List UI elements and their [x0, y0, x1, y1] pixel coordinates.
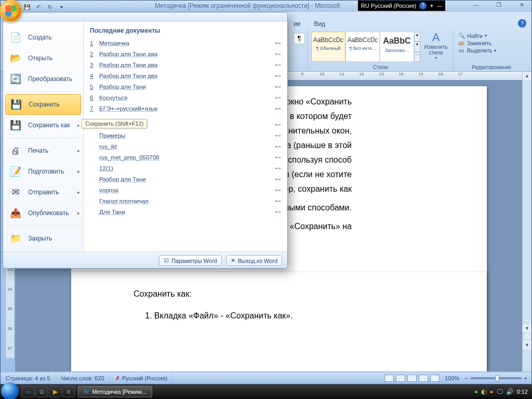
- pin-icon[interactable]: ⊷: [275, 121, 281, 128]
- pin-icon[interactable]: ⊷: [275, 187, 281, 194]
- recent-item[interactable]: Примеры⊷: [90, 130, 281, 141]
- pin-icon[interactable]: ⊷: [275, 197, 281, 205]
- recent-item[interactable]: 7ЕГЭ+-+русский+язык⊷: [90, 103, 281, 114]
- styles-gallery[interactable]: AaBbCcDc ¶ Обычный AaBbCcDc ¶ Без инте..…: [311, 32, 420, 62]
- menu-prepare[interactable]: 📝Подготовить▸: [3, 161, 83, 182]
- pin-icon[interactable]: ⊷: [275, 154, 281, 161]
- change-styles-button[interactable]: A Изменить стили ▾: [423, 30, 448, 60]
- ql-media-icon[interactable]: ▶: [49, 386, 61, 397]
- pin-icon[interactable]: ⊷: [275, 176, 281, 183]
- tray-icon[interactable]: ●: [489, 388, 493, 395]
- tray-icon[interactable]: ◐: [481, 388, 486, 395]
- menu-open[interactable]: 📂Открыть: [3, 48, 83, 69]
- menu-save[interactable]: 💾Сохранить: [5, 94, 81, 115]
- qat-undo-icon[interactable]: ↶: [34, 3, 43, 11]
- pin-icon[interactable]: ⊷: [275, 72, 281, 79]
- menu-publish[interactable]: 📤Опубликовать▸: [3, 203, 83, 223]
- status-words[interactable]: Число слов: 620: [56, 373, 110, 384]
- menu-save-as[interactable]: 💾Сохранить как▸: [3, 115, 83, 136]
- scroll-up-icon[interactable]: ▲: [523, 72, 531, 80]
- next-page-icon[interactable]: ▼: [523, 341, 531, 349]
- styles-more[interactable]: ▴▾⋯: [414, 32, 420, 62]
- pin-icon[interactable]: ⊷: [275, 132, 281, 139]
- recent-item[interactable]: 6Коснуться⊷: [90, 92, 281, 103]
- zoom-slider[interactable]: [470, 377, 522, 379]
- tray-network-icon[interactable]: 🖵: [497, 388, 503, 395]
- replace-button[interactable]: abЗаменить: [458, 39, 525, 47]
- style-heading[interactable]: AaBbC Заголово...: [380, 32, 414, 62]
- tray-clock[interactable]: 0:12: [517, 389, 528, 395]
- view-print-layout[interactable]: [384, 375, 394, 382]
- qat-customize-icon[interactable]: ▾: [57, 3, 66, 11]
- menu-send[interactable]: ✉Отправить▸: [3, 182, 83, 203]
- pin-icon[interactable]: ⊷: [275, 208, 281, 216]
- recent-item[interactable]: voprosi⊷: [90, 184, 281, 195]
- ql-switch-icon[interactable]: ⧉: [35, 386, 48, 397]
- ql-ie-icon[interactable]: e: [62, 386, 75, 397]
- zoom-in-button[interactable]: +: [524, 375, 527, 381]
- qat-redo-icon[interactable]: ↻: [45, 3, 55, 11]
- tab-partial[interactable]: ие: [291, 19, 302, 29]
- pin-icon[interactable]: ⊷: [275, 83, 281, 90]
- view-draft[interactable]: [430, 375, 440, 382]
- tray-volume-icon[interactable]: 🔊: [506, 388, 514, 395]
- tab-view[interactable]: Вид: [312, 19, 327, 29]
- recent-item[interactable]: 3Разбор для Тани два⊷: [90, 59, 281, 70]
- select-button[interactable]: ▭Выделить▾: [458, 47, 525, 54]
- menu-close[interactable]: 📁Закрыть: [3, 228, 83, 249]
- pin-icon[interactable]: ⊷: [275, 61, 281, 69]
- language-bar[interactable]: RU Русский (Россия) ? ▼ —: [358, 1, 445, 11]
- taskbar-word-button[interactable]: W Методичка [Режим...: [78, 386, 152, 397]
- pin-icon[interactable]: ⊷: [275, 105, 281, 112]
- view-web[interactable]: [407, 375, 417, 382]
- menu-new[interactable]: 📄Создать: [3, 27, 83, 48]
- show-marks-button[interactable]: ¶: [294, 33, 305, 44]
- ribbon-help-icon[interactable]: ?: [518, 19, 526, 28]
- pin-icon[interactable]: ⊷: [275, 165, 281, 172]
- style-no-spacing[interactable]: AaBbCcDc ¶ Без инте...: [345, 32, 380, 62]
- doc-list-item: 1. Вкладка «Файл» - «Сохранить как».: [145, 310, 424, 322]
- recent-item[interactable]: Для Тани⊷: [90, 206, 281, 217]
- langbar-min-icon[interactable]: —: [437, 3, 442, 9]
- status-language[interactable]: ✗Русский (Россия): [110, 373, 173, 384]
- close-button[interactable]: ✕: [515, 2, 528, 8]
- pin-icon[interactable]: ⊷: [275, 94, 281, 101]
- recent-item[interactable]: rus_ikt⊷: [90, 141, 281, 152]
- menu-print[interactable]: 🖨Печать▸: [3, 140, 83, 161]
- office-button[interactable]: [0, 0, 22, 22]
- qat-save-icon[interactable]: 💾: [22, 3, 32, 11]
- vertical-scrollbar[interactable]: ▲ ▼ ▼: [522, 72, 531, 371]
- ql-desktop-icon[interactable]: ▭: [22, 386, 34, 397]
- pin-icon[interactable]: ⊷: [275, 143, 281, 150]
- recent-item[interactable]: 1Методичка⊷: [90, 37, 281, 48]
- recent-item[interactable]: 2Разбор для Тани два⊷: [90, 48, 281, 59]
- tray-icon[interactable]: ●: [474, 388, 478, 395]
- maximize-button[interactable]: ❐: [492, 2, 506, 8]
- minimize-button[interactable]: —: [469, 2, 483, 8]
- view-outline[interactable]: [419, 375, 428, 382]
- browse-object-icon[interactable]: [524, 334, 530, 340]
- pin-icon[interactable]: ⊷: [275, 39, 281, 47]
- pin-icon[interactable]: ⊷: [275, 50, 281, 58]
- view-full-screen[interactable]: [396, 375, 405, 382]
- recent-item[interactable]: 5Разбор для Тани⊷: [90, 81, 281, 92]
- recent-item[interactable]: 4Разбор для Тани два⊷: [90, 70, 281, 81]
- menu-convert[interactable]: 🔄Преобразовать: [3, 69, 83, 89]
- start-button[interactable]: [0, 384, 20, 399]
- open-icon: 📂: [8, 52, 23, 64]
- find-button[interactable]: 🔍Найти▾: [458, 32, 525, 39]
- recent-documents-panel: Последние документы 1Методичка⊷2Разбор д…: [84, 22, 287, 251]
- langbar-dropdown-icon[interactable]: ▼: [430, 4, 434, 8]
- document-page-2[interactable]: Сохранить как: 1. Вкладка «Файл» - «Сохр…: [71, 272, 487, 371]
- recent-item[interactable]: Разбор для Тани⊷: [90, 174, 281, 184]
- langbar-help-icon[interactable]: ?: [419, 2, 427, 9]
- recent-item[interactable]: 12(1)⊷: [90, 163, 281, 174]
- zoom-level[interactable]: 100%: [445, 375, 459, 381]
- scroll-down-icon[interactable]: ▼: [523, 324, 531, 332]
- exit-word-button[interactable]: ✕Выход из Word: [226, 255, 282, 266]
- zoom-out-button[interactable]: −: [464, 375, 468, 381]
- word-options-button[interactable]: ☑Параметры Word: [159, 255, 222, 266]
- recent-item[interactable]: Глагол плотничал⊷: [90, 195, 281, 206]
- style-normal[interactable]: AaBbCcDc ¶ Обычный: [311, 32, 345, 62]
- recent-item[interactable]: rus_met_prep_050708⊷: [90, 152, 281, 163]
